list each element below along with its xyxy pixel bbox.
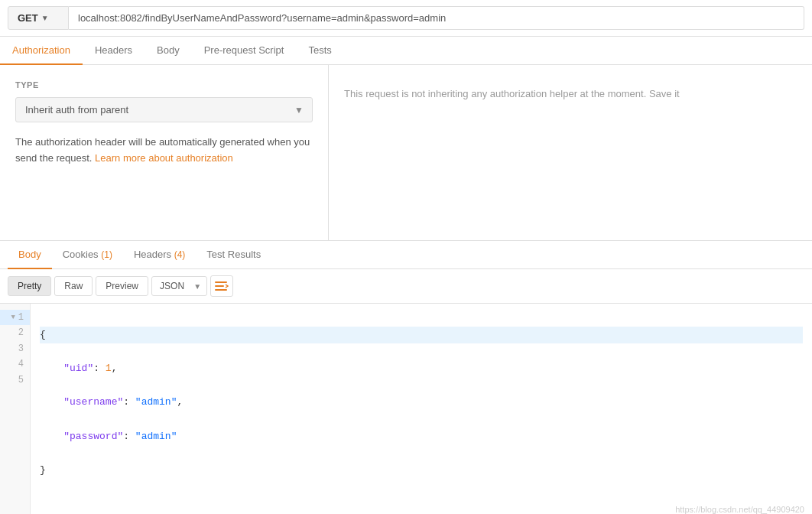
auth-right-panel: This request is not inheriting any autho… [329,65,812,240]
svg-rect-1 [215,285,224,287]
code-area: ▼ 1 2 3 4 5 { "uid": 1, "username": "adm… [0,304,812,514]
preview-button[interactable]: Preview [96,276,148,296]
response-tab-body[interactable]: Body [8,241,52,269]
response-tabs: Body Cookies (1) Headers (4) Test Result… [0,241,812,269]
tab-headers[interactable]: Headers [83,37,145,65]
raw-button[interactable]: Raw [54,276,93,296]
wrap-button[interactable] [210,275,233,297]
line-number-3: 3 [0,341,30,356]
code-line-4: "password": "admin" [40,428,803,445]
code-line-5: } [40,462,803,479]
cookies-badge: (1) [101,249,112,260]
inherit-message: This request is not inheriting any autho… [344,88,680,99]
response-toolbar: Pretty Raw Preview JSON HTML Text XML ▼ [0,269,812,304]
auth-type-select[interactable]: Inherit auth from parent No Auth Bearer … [15,97,313,122]
auth-left-panel: TYPE Inherit auth from parent No Auth Be… [0,65,329,240]
method-chevron-icon: ▼ [41,14,49,22]
code-line-1: { [40,327,803,343]
code-line-3: "username": "admin", [40,394,803,411]
code-line-2: "uid": 1, [40,360,803,377]
code-content: { "uid": 1, "username": "admin", "passwo… [31,304,812,514]
line-numbers: ▼ 1 2 3 4 5 [0,304,31,514]
headers-badge: (4) [174,249,186,260]
pretty-button[interactable]: Pretty [8,276,51,296]
line-number-4: 4 [0,356,30,372]
tab-authorization[interactable]: Authorization [0,37,83,65]
fold-icon-1[interactable]: ▼ [11,312,15,324]
svg-rect-2 [215,289,227,291]
tab-pre-request-script[interactable]: Pre-request Script [192,37,297,65]
url-input[interactable] [69,6,804,30]
response-tab-cookies[interactable]: Cookies (1) [52,241,123,269]
format-select-wrapper: JSON HTML Text XML ▼ [151,276,207,296]
line-number-1: ▼ 1 [0,310,30,325]
tab-tests[interactable]: Tests [296,37,343,65]
tab-body[interactable]: Body [145,37,192,65]
main-content: TYPE Inherit auth from parent No Auth Be… [0,65,812,241]
type-label: TYPE [15,80,313,89]
auth-type-wrapper: Inherit auth from parent No Auth Bearer … [15,97,313,122]
method-label: GET [18,12,38,24]
line-number-5: 5 [0,372,30,388]
svg-rect-0 [215,281,227,283]
line-number-2: 2 [0,325,30,340]
response-tab-headers[interactable]: Headers (4) [123,241,196,269]
learn-more-link[interactable]: Learn more about authorization [95,152,233,164]
response-tab-test-results[interactable]: Test Results [196,241,271,269]
format-select[interactable]: JSON HTML Text XML [151,276,207,296]
url-bar: GET ▼ [0,0,812,37]
watermark: https://blog.csdn.net/qq_44909420 [675,505,804,514]
method-dropdown[interactable]: GET ▼ [8,6,69,30]
auth-description: The authorization header will be automat… [15,135,313,167]
request-tabs: Authorization Headers Body Pre-request S… [0,37,812,65]
